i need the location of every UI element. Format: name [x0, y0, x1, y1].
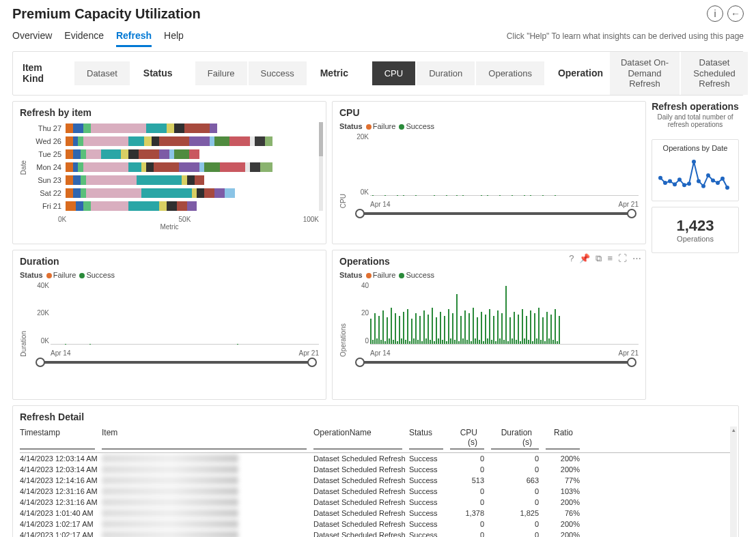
- svg-point-5: [682, 183, 686, 187]
- duration-y-title: Duration: [20, 310, 27, 357]
- svg-point-7: [692, 160, 696, 164]
- focus-icon[interactable]: ⛶: [618, 253, 627, 264]
- svg-point-0: [658, 176, 662, 180]
- dot-success-icon: [79, 273, 85, 278]
- operations-y-title: Operations: [339, 303, 347, 357]
- svg-point-9: [701, 184, 705, 188]
- rbi-xtick-1: 50K: [179, 216, 191, 223]
- table-row[interactable]: 4/14/2023 12:31:16 AMDataset Scheduled R…: [20, 486, 731, 497]
- col-cpu[interactable]: CPU (s): [450, 428, 484, 450]
- slicer-scheduled[interactable]: Dataset Scheduled Refresh: [681, 52, 749, 95]
- col-item[interactable]: Item: [102, 428, 307, 450]
- svg-point-3: [673, 182, 677, 186]
- card-refresh-by-item: Refresh by item Date Thu 27Wed 26Tue 25M…: [12, 101, 326, 244]
- ops-by-date-title: Operations by Date: [656, 144, 734, 152]
- rbi-x-axis-title: Metric: [20, 223, 319, 231]
- table-row[interactable]: 4/14/2023 1:01:40 AMDataset Scheduled Re…: [20, 508, 731, 519]
- card-kpi-ops: 1,423 Operations: [652, 207, 739, 253]
- help-icon[interactable]: ?: [569, 253, 574, 264]
- svg-point-2: [668, 179, 672, 183]
- side-header: Refresh operations Daily and total numbe…: [652, 101, 739, 134]
- slicer-operation-label: Operation: [548, 61, 610, 85]
- col-opname[interactable]: OperationName: [313, 428, 402, 450]
- rbi-chart[interactable]: Thu 27Wed 26Tue 25Mon 24Sun 23Sat 22Fri …: [27, 122, 331, 213]
- svg-point-14: [725, 186, 729, 190]
- ops-sparkline[interactable]: [656, 158, 731, 192]
- kpi-value: 1,423: [656, 217, 734, 235]
- card-cpu: CPU Status Failure Success CPU 20K0K Apr…: [332, 101, 646, 244]
- table-row[interactable]: 4/14/2023 12:03:14 AMDataset Scheduled R…: [20, 453, 731, 464]
- detail-header: Timestamp Item OperationName Status CPU …: [20, 426, 731, 453]
- cpu-legend: Status Failure Success: [339, 122, 639, 130]
- card-refresh-detail: Refresh Detail Timestamp Item OperationN…: [12, 405, 739, 537]
- svg-point-1: [663, 181, 667, 185]
- table-row[interactable]: 4/14/2023 1:02:17 AMDataset Scheduled Re…: [20, 519, 731, 529]
- tab-evidence[interactable]: Evidence: [64, 25, 104, 47]
- tab-help[interactable]: Help: [164, 25, 184, 47]
- rbi-scrollbar[interactable]: [319, 122, 323, 211]
- side-title: Refresh operations: [652, 101, 739, 112]
- cpu-chart[interactable]: [370, 133, 639, 196]
- table-row[interactable]: 4/14/2023 12:31:16 AMDataset Scheduled R…: [20, 497, 731, 508]
- slicer-duration[interactable]: Duration: [417, 61, 476, 85]
- table-row[interactable]: 4/14/2023 12:03:14 AMDataset Scheduled R…: [20, 464, 731, 475]
- copy-icon[interactable]: ⧉: [596, 253, 602, 264]
- detail-scrollbar[interactable]: ▴▾: [730, 426, 737, 537]
- operations-chart[interactable]: [370, 282, 639, 345]
- rbi-xtick-2: 100K: [303, 216, 319, 223]
- filter-bar: Item Kind Dataset Status Failure Success…: [12, 51, 744, 96]
- detail-rows: 4/14/2023 12:03:14 AMDataset Scheduled R…: [20, 453, 731, 537]
- rbi-xtick-0: 0K: [58, 216, 66, 223]
- svg-point-4: [677, 177, 682, 182]
- dot-failure-icon: [366, 124, 372, 130]
- svg-point-10: [706, 173, 710, 177]
- dot-success-icon: [399, 273, 404, 278]
- duration-title: Duration: [20, 256, 319, 267]
- more-icon[interactable]: ⋯: [632, 253, 641, 264]
- slicer-item-kind-label: Item Kind: [13, 55, 74, 91]
- svg-point-6: [687, 182, 691, 186]
- cpu-y-title: CPU: [339, 173, 347, 208]
- duration-chart[interactable]: [51, 282, 319, 345]
- cpu-title: CPU: [339, 107, 639, 118]
- operations-legend: Status Failure Success: [339, 271, 639, 279]
- tab-overview[interactable]: Overview: [12, 25, 52, 47]
- filter-icon[interactable]: ≡: [607, 253, 613, 264]
- slicer-failure[interactable]: Failure: [195, 61, 249, 85]
- pin-icon[interactable]: 📌: [579, 253, 590, 264]
- detail-title: Refresh Detail: [20, 411, 731, 422]
- svg-point-8: [697, 179, 701, 183]
- col-ratio[interactable]: Ratio: [546, 428, 580, 450]
- dot-failure-icon: [46, 273, 52, 278]
- tab-refresh[interactable]: Refresh: [116, 25, 152, 47]
- slicer-ondemand[interactable]: Dataset On-Demand Refresh: [610, 52, 681, 95]
- col-duration[interactable]: Duration (s): [491, 428, 539, 450]
- dot-success-icon: [399, 124, 404, 130]
- slicer-cpu[interactable]: CPU: [372, 61, 417, 85]
- slicer-success[interactable]: Success: [249, 61, 308, 85]
- nav-tabs: Overview Evidence Refresh Help: [12, 25, 184, 47]
- page-title: Premium Capacity Utilization: [12, 6, 201, 22]
- refresh-by-item-title: Refresh by item: [20, 107, 319, 118]
- slicer-metric-label: Metric: [311, 61, 372, 85]
- back-icon[interactable]: ←: [727, 5, 744, 22]
- table-row[interactable]: 4/14/2023 12:14:16 AMDataset Scheduled R…: [20, 475, 731, 486]
- duration-range-slider[interactable]: [40, 361, 312, 364]
- col-status[interactable]: Status: [409, 428, 443, 450]
- table-row[interactable]: 4/14/2023 1:02:17 AMDataset Scheduled Re…: [20, 529, 731, 537]
- cpu-range-slider[interactable]: [360, 212, 632, 215]
- dot-failure-icon: [366, 273, 372, 278]
- operations-range-slider[interactable]: [360, 361, 632, 364]
- svg-point-13: [720, 176, 725, 180]
- col-timestamp[interactable]: Timestamp: [20, 428, 95, 450]
- rbi-y-axis-title: Date: [20, 160, 27, 175]
- slicer-dataset[interactable]: Dataset: [74, 61, 131, 85]
- slicer-status-label: Status: [134, 61, 195, 85]
- slicer-operations[interactable]: Operations: [476, 61, 546, 85]
- card-operations: ? 📌 ⧉ ≡ ⛶ ⋯ Operations Status Failure Su…: [332, 250, 646, 400]
- duration-legend: Status Failure Success: [20, 271, 319, 279]
- svg-point-11: [711, 178, 715, 182]
- card-duration: Duration Status Failure Success Duration…: [12, 250, 326, 400]
- info-icon[interactable]: i: [707, 5, 723, 22]
- help-hint: Click "Help" To learn what insights can …: [507, 31, 744, 41]
